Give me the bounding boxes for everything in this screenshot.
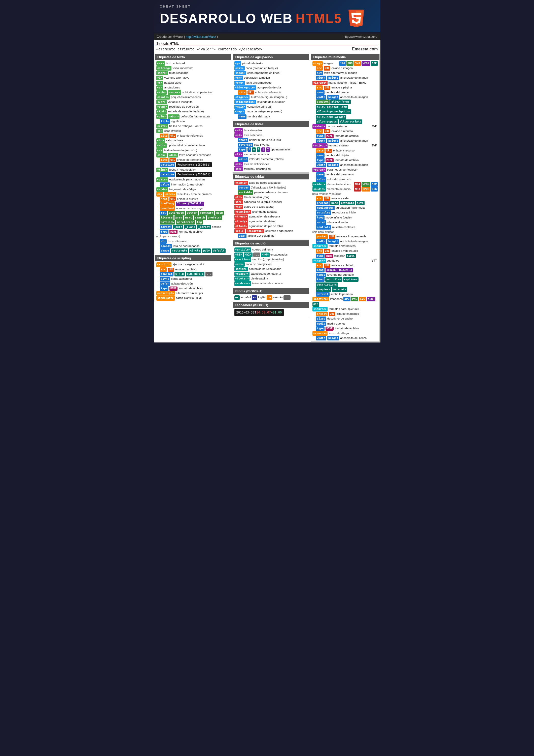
i-desc: voz/tono alternativo [164, 75, 189, 80]
val-url-img: URL [324, 66, 330, 70]
attr-src-source: src [316, 249, 323, 253]
fmt-vtt: VTT [371, 258, 378, 263]
attr-name-iframe: name [316, 90, 325, 95]
val-none: none [330, 201, 339, 205]
attr-author: author [186, 211, 198, 215]
name-iframe-desc: nombre del iframe [325, 90, 349, 95]
para-video-audio-label: para <video> y <audio> [313, 192, 378, 196]
attr-allow-pointer: allow-pointer-lock [316, 105, 348, 109]
tag-h2: <h2> [244, 253, 253, 257]
col-middle: Etiquetas de agrupación <p>párrafo de te… [232, 53, 310, 342]
tag-address: <address> [234, 281, 251, 286]
tag-super: <super> [168, 90, 181, 95]
tag-map: <map> [234, 109, 245, 114]
defer-desc: aplaza ejecución [171, 281, 193, 286]
tag-span: <span> [234, 71, 246, 75]
source-desc: formatos alternativos [329, 244, 355, 249]
col-desc: columna / agrupación [266, 229, 293, 233]
type-source-pic-desc: formato de archivo [335, 326, 359, 331]
val-A-upper: A [257, 148, 261, 152]
fmt-mp4: MP4 [354, 182, 361, 187]
tag-figure: <figure> [234, 95, 250, 99]
val-mime-a: MIME [169, 230, 177, 234]
attr-license: license [160, 215, 173, 220]
attr-kind: kind [316, 277, 325, 282]
page-title: DESARROLLO WEB HTML5 [160, 8, 374, 28]
figcaption-desc: leyenda de ilustración [257, 99, 285, 104]
border-desc: (fallback para UA limitados) [251, 185, 286, 190]
table-desc: tabla de datos tabulados [249, 180, 280, 185]
tag-data: <data> [156, 177, 168, 182]
attr-data-object: data [316, 148, 325, 153]
tag-strong: <strong> [156, 66, 172, 70]
tag-kbd: <kbd> [156, 109, 167, 114]
attr-border: border [238, 185, 250, 190]
fmt-png-pic: PNG [351, 297, 358, 301]
val-es: es [234, 295, 240, 300]
fmt-gif-pic: GIF [313, 302, 319, 307]
tag-footer: <footer> [234, 277, 250, 281]
val-url-iframe: URL [324, 86, 330, 90]
attr-allow-forms: allow-forms [330, 99, 351, 104]
src-script-desc: enlace o archivo [175, 267, 196, 272]
var-desc: variable o incógnita [168, 99, 192, 104]
section-tablas: Etiquetas de tablas <table>tabla de dato… [233, 174, 309, 240]
val-de: de [267, 295, 272, 300]
val-mime-object: MIME [325, 158, 334, 163]
alt-desc: texto alternativo [168, 239, 188, 244]
tag-td: <td> [234, 204, 243, 209]
attr-src-script: src [160, 267, 167, 272]
attr-lang-track: lang [316, 268, 325, 272]
picture-desc: imágenes [330, 297, 343, 301]
attr-name-map: name [238, 114, 247, 119]
codec-sep: ;codecs= [334, 254, 345, 258]
tag-img: <img> [313, 61, 323, 66]
tag-time: <time> [156, 168, 168, 172]
val-url-object: URL [325, 149, 332, 153]
tag-i: <i> [156, 76, 164, 80]
attr-type-source-pic: type [316, 326, 325, 331]
tag-caption: <caption> [234, 210, 251, 214]
tag-source: <source> [313, 244, 328, 249]
wbr-desc: oportunidad de salto de línea [168, 143, 205, 148]
li-desc: elemento de la lista [244, 152, 269, 157]
datetime-val2: Fecha/hora (ISO8601) [176, 172, 212, 177]
tag-p: <p> [234, 61, 242, 66]
attr-poly: poly [202, 249, 211, 253]
sub-desc: subíndice / superíndice [182, 90, 212, 95]
tbody-desc: agrupación de datos [249, 219, 275, 224]
twitter-link[interactable]: http://twitter.com/Manz [186, 35, 216, 39]
section-idioma-body: es español en inglés de alemán ... [233, 294, 309, 301]
attr-datetime: datetime [160, 163, 175, 167]
val-url-ins: URL [169, 158, 176, 162]
source-pic-desc: formatos para <picture> [329, 307, 359, 311]
section-listas-body: <ul>lista sin orden <ol>lista ordenada s… [233, 127, 309, 172]
label-track-desc: leyenda del subtítulo [327, 272, 354, 277]
website-text: http://www.emezeta.com/ [343, 35, 377, 39]
attr-alt: alt [160, 239, 167, 244]
attr-cite-q: cite [160, 134, 169, 138]
col-left: Etiquetas de texto <em>texto enfatizado … [154, 53, 232, 342]
section-listas: Etiquetas de listas <ul>lista sin orden … [233, 121, 309, 173]
figure-desc: ilustración (figura, imagen...) [250, 95, 287, 99]
section-fecha-title: Fecha/hora (ISO8601) [233, 302, 309, 308]
caption-desc: leyenda de la tabla [252, 209, 277, 214]
type-script-desc: formato de archivo [179, 286, 202, 291]
section-agrupacion: Etiquetas de agrupación <p>párrafo de te… [233, 54, 309, 120]
tag-s: <s> [156, 148, 164, 153]
val-url-embed: URL [324, 129, 330, 134]
video-desc: elemento de video [327, 182, 350, 187]
attr-defer: defer [160, 282, 170, 286]
section-scripting: Etiquetas de scripting <script>ejecuta o… [155, 255, 231, 302]
article-desc: cuerpo del tema [252, 247, 273, 252]
attr-blank: _blank [184, 225, 196, 229]
val-1: 1 [247, 148, 251, 152]
val-etc: ... [284, 295, 291, 300]
attr-controls: controls [316, 225, 331, 230]
iframe-desc: marco flotante (HTML) [328, 80, 357, 85]
attr-srcset: srcset [316, 312, 328, 316]
header-subtitle: Creado por @Manz ( http://twitter.com/Ma… [154, 34, 380, 40]
val-en: en [252, 295, 257, 300]
start-desc: primer número de la lista [249, 138, 281, 142]
fmt-gif: GIF [371, 61, 378, 66]
